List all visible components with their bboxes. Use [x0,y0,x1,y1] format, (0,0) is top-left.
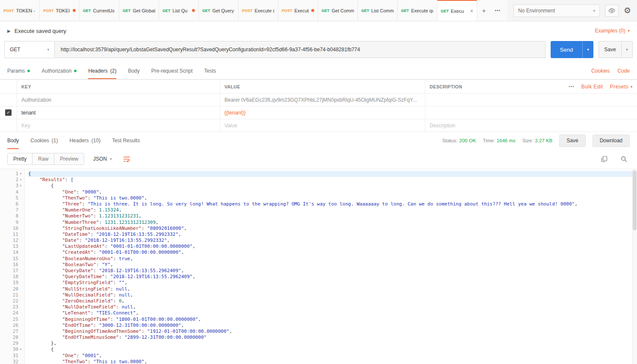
cookies-link[interactable]: Cookies [591,68,610,74]
header-key-cell[interactable]: tenant [17,106,220,119]
code-line-19[interactable]: "EmptyStringField": "", [28,280,637,286]
window-tab-5[interactable]: GETList Qu [159,0,199,21]
code-line-4[interactable]: "One": "0000", [28,189,637,195]
window-tab-11[interactable]: GETExecute qu [398,0,437,21]
code-line-23[interactable]: "NullDateTimeField": null, [28,304,637,310]
save-options-button[interactable]: ▾ [622,41,633,58]
header-key-input[interactable]: Key [17,119,220,132]
code-scrollbar-thumb[interactable] [633,170,637,230]
environment-quick-look-button[interactable] [605,5,619,17]
tab-tests[interactable]: Tests [204,62,216,79]
code-line-13[interactable]: "LastUpdatedAt": "0001-01-01T00:00:00.00… [28,244,637,250]
view-mode-raw[interactable]: Raw [32,153,54,164]
window-tab-1[interactable]: POSTTOKEN - I [0,0,40,21]
response-tab-cookies[interactable]: Cookies(1) [30,132,58,149]
search-response-button[interactable] [618,153,630,165]
tab-pre-request-script[interactable]: Pre-request Script [151,62,193,79]
tab-params[interactable]: Params [7,62,30,79]
method-selector[interactable]: GET ▾ [4,41,55,58]
header-description-input[interactable]: Description [425,119,637,132]
code-line-8[interactable]: "NumberTwo": 1.123131231231, [28,213,637,219]
bulk-edit-link[interactable]: Bulk Edit [581,84,603,90]
header-value-cell[interactable]: Bearer tV6aEGc23fLqv9m23GQ7XPhbL27jMN0px… [220,94,425,106]
window-tab-8[interactable]: POSTExecute c [278,0,318,21]
wrap-lines-button[interactable] [121,153,133,165]
window-tab-7[interactable]: POSTExecute c [239,0,278,21]
window-tab-2[interactable]: POSTTOKEI [40,0,80,21]
examples-dropdown[interactable]: Examples (0) ▾ [595,28,630,34]
window-tab-4[interactable]: GETGet Global [119,0,159,21]
code-line-25[interactable]: "BeginningOfTime": "1800-01-01T00:00:00.… [28,317,637,323]
send-button[interactable]: Send [551,41,582,58]
send-options-button[interactable]: ▾ [582,41,593,58]
window-tab-10[interactable]: GETList Comm [358,0,398,21]
header-value-cell[interactable]: {{tenant}} [220,106,425,119]
code-line-12[interactable]: "Date": "2018-12-19T16:13:55.2992332", [28,238,637,244]
header-value-input[interactable]: Value [220,119,425,132]
code-lines[interactable]: { "Results": [ { "One": "0000", "ThenTwo… [25,169,637,364]
response-tab-test-results[interactable]: Test Results [112,132,140,149]
window-tab-6[interactable]: GETGet Query [199,0,239,21]
settings-gear-button[interactable]: ⚙ [624,6,631,15]
code-line-28[interactable]: "EndOfTimeMinusSome": "2899-12-31T00:00:… [28,335,637,341]
code-line-29[interactable]: }, [28,341,637,346]
fold-toggle-icon[interactable]: ▾ [18,183,23,189]
header-description-cell[interactable] [425,94,637,106]
response-format-dropdown[interactable]: JSON ▾ [89,153,116,165]
json-punctuation: { [51,346,54,352]
code-scrollbar[interactable] [632,169,637,364]
code-line-30[interactable]: { [28,346,637,352]
code-line-21[interactable]: "NullDecimalField": null, [28,292,637,298]
code-line-16[interactable]: "BooleanTwo": "Y", [28,262,637,268]
code-line-2[interactable]: "Results": [ [28,177,637,183]
code-line-22[interactable]: "ZeroDecimalField": 0, [28,298,637,304]
code-line-18[interactable]: "QueryDateTime": "2018-12-19T16:13:55.29… [28,274,637,280]
code-line-27[interactable]: "BeginningOfTimeAndThenSome": "1912-01-0… [28,329,637,335]
code-line-17[interactable]: "QueryDate": "2018-12-19T16:13:55.296240… [28,268,637,274]
url-input[interactable]: http://localhost:3579/api/query/LobstaGe… [55,41,546,58]
tab-authorization[interactable]: Authorization [41,62,77,79]
code-line-6[interactable]: "Three": "This is three. It is long. So … [28,201,637,207]
header-key-cell[interactable]: Authorization [17,94,220,106]
view-mode-preview[interactable]: Preview [54,153,84,164]
response-tab-headers[interactable]: Headers(10) [69,132,100,149]
window-tab-9[interactable]: GETGet Comm [318,0,358,21]
new-tab-button[interactable]: + [477,0,491,21]
tab-headers[interactable]: Headers(2) [88,62,116,79]
code-line-10[interactable]: "StringThatLooksLikeANumber": "080920160… [28,226,637,232]
row-checkbox-checked[interactable]: ✓ [5,109,12,116]
fold-toggle-icon[interactable]: ▾ [18,346,23,352]
window-tab-12[interactable]: GETExecu× [437,0,477,21]
environment-selector[interactable]: No Environment ▾ [513,4,600,17]
code-line-3[interactable]: { [28,183,637,189]
save-response-button[interactable]: Save [559,135,585,147]
response-tab-body[interactable]: Body [7,132,19,149]
download-response-button[interactable]: Download [593,135,630,147]
collapse-arrow-icon[interactable]: ▶ [7,29,11,33]
code-line-31[interactable]: "One": "0001", [28,353,637,359]
fold-toggle-icon[interactable]: ▾ [18,177,23,183]
view-mode-pretty[interactable]: Pretty [8,153,32,164]
save-request-button[interactable]: Save [599,41,622,58]
code-link[interactable]: Code [617,68,630,74]
tab-body[interactable]: Body [128,62,139,79]
code-line-5[interactable]: "ThenTwo": "This is two.0000", [28,195,637,201]
window-tab-3[interactable]: GETCurrentUs [80,0,119,21]
code-line-7[interactable]: "NumberOne": 1.15324, [28,207,637,213]
code-line-24[interactable]: "LeTenant": "TIES.Connect", [28,310,637,316]
presets-dropdown[interactable]: Presets ▾ [610,84,633,90]
code-line-11[interactable]: "DateTime": "2018-12-19T16:13:55.2992332… [28,232,637,238]
code-line-26[interactable]: "EndOfTime": "3000-12-31T00:00:00.000000… [28,323,637,329]
code-line-20[interactable]: "NullStringField": null, [28,286,637,292]
copy-response-button[interactable] [598,153,610,165]
code-line-14[interactable]: "CreatedAt": "0001-01-01T00:00:00.000000… [28,250,637,255]
code-line-32[interactable]: "ThenTwo": "This is two.0000", [28,359,637,364]
code-line-9[interactable]: "NumberThree": 1231.1231312312309, [28,220,637,226]
header-description-cell[interactable] [425,106,637,119]
table-more-options-button[interactable]: ••• [569,84,575,89]
tab-more-options-button[interactable]: ••• [491,0,504,21]
code-line-1[interactable]: { [28,171,637,177]
code-line-15[interactable]: "BooleanNumeroUno": true, [28,256,637,262]
close-tab-icon[interactable]: × [470,8,473,14]
fold-toggle-icon[interactable]: ▾ [18,171,23,177]
